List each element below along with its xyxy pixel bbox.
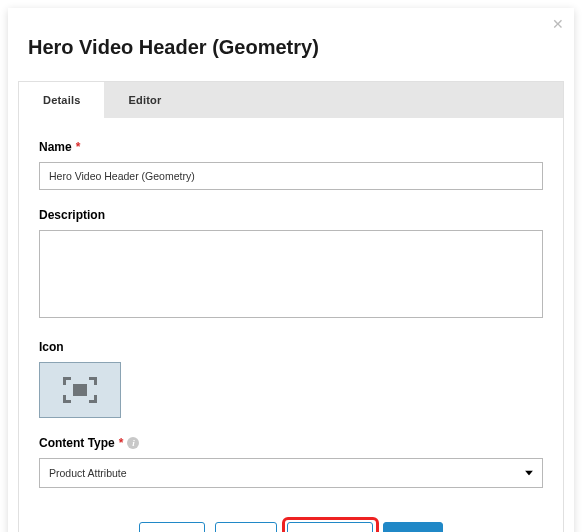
description-label: Description (39, 208, 543, 222)
description-input[interactable] (39, 230, 543, 318)
delete-button[interactable]: Delete (139, 522, 205, 532)
tab-details[interactable]: Details (19, 82, 104, 118)
icon-picker[interactable] (39, 362, 121, 418)
tab-bar: Details Editor (19, 82, 563, 118)
close-icon[interactable]: ✕ (552, 16, 564, 32)
fullscreen-icon (63, 377, 97, 403)
icon-label: Icon (39, 340, 543, 354)
label-text: Icon (39, 340, 64, 354)
field-icon: Icon (39, 340, 543, 418)
save-button[interactable]: Save (383, 522, 443, 532)
modal-dialog: ✕ Hero Video Header (Geometry) Details E… (8, 8, 574, 532)
content-type-label: Content Type * i (39, 436, 543, 450)
name-label: Name * (39, 140, 543, 154)
button-footer: Delete Close Export File Save (39, 506, 543, 532)
modal-title: Hero Video Header (Geometry) (8, 8, 574, 81)
close-button[interactable]: Close (215, 522, 277, 532)
field-name: Name * (39, 140, 543, 190)
required-marker: * (119, 436, 124, 450)
svg-rect-0 (73, 384, 87, 396)
name-input[interactable] (39, 162, 543, 190)
required-marker: * (76, 140, 81, 154)
details-panel: Name * Description Icon (19, 118, 563, 532)
info-icon[interactable]: i (127, 437, 139, 449)
export-file-button[interactable]: Export File (287, 522, 374, 532)
tab-editor[interactable]: Editor (104, 82, 185, 118)
field-description: Description (39, 208, 543, 322)
field-content-type: Content Type * i Product Attribute (39, 436, 543, 488)
label-text: Content Type (39, 436, 115, 450)
content-type-select[interactable]: Product Attribute (39, 458, 543, 488)
modal-body: Details Editor Name * Description Icon (18, 81, 564, 532)
content-type-select-wrap: Product Attribute (39, 458, 543, 488)
label-text: Description (39, 208, 105, 222)
label-text: Name (39, 140, 72, 154)
